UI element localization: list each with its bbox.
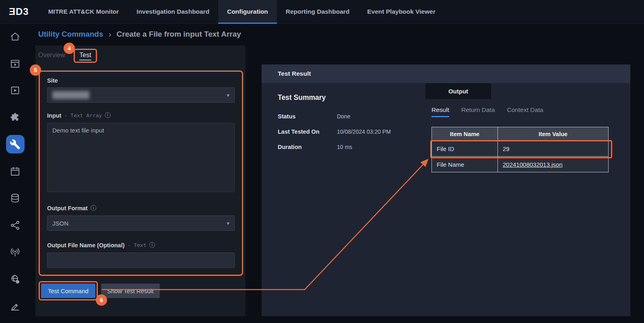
annotation-badge-6: 6 xyxy=(96,294,107,306)
output-format-info-icon[interactable]: ⓘ xyxy=(91,204,97,212)
show-test-result-button[interactable]: Show Test Result xyxy=(101,284,160,298)
tab-test[interactable]: Test xyxy=(79,52,91,60)
test-summary-grid: Status Done Last Tested On 10/08/2024 03… xyxy=(278,113,391,150)
chevron-down-icon: ▾ xyxy=(227,220,229,226)
nav-configuration[interactable]: Configuration xyxy=(218,0,277,24)
annotation-badge-4: 4 xyxy=(64,43,75,54)
output-tab[interactable]: Output xyxy=(425,83,491,99)
globe-user-icon[interactable] xyxy=(6,270,25,288)
database-icon[interactable] xyxy=(6,189,25,207)
subtab-context-data[interactable]: Context Data xyxy=(507,106,543,117)
input-field-type-hint: - Text Array xyxy=(64,112,102,118)
nav-reporting-dashboard[interactable]: Reporting Dashboard xyxy=(277,0,358,24)
input-field-label: Input xyxy=(47,112,61,119)
d3-logo[interactable]: ƎD3 xyxy=(9,6,29,17)
signature-document-icon[interactable] xyxy=(6,297,25,315)
result-table: Item Name Item Value File ID 29 File Nam… xyxy=(431,127,609,172)
breadcrumb-current-page: Create a File from input Text Array xyxy=(117,30,241,39)
annotation-badge-5: 5 xyxy=(30,64,41,76)
item-value-header: Item Value xyxy=(498,127,609,141)
integrations-puzzle-icon[interactable] xyxy=(6,108,25,126)
test-result-header: Test Result xyxy=(262,64,630,83)
icon-sidebar xyxy=(0,24,30,323)
status-value: Done xyxy=(337,113,391,120)
tab-overview[interactable]: Overview xyxy=(38,52,65,59)
output-file-name-label: Output File Name (Optional) xyxy=(47,242,125,248)
nav-mitre-attack-monitor[interactable]: MITRE ATT&CK Monitor xyxy=(39,0,128,24)
video-player-icon[interactable] xyxy=(6,81,25,99)
breadcrumb: Utility Commands › Create a File from in… xyxy=(30,24,241,45)
chevron-down-icon: ▾ xyxy=(227,92,229,98)
output-subtabs: Result Return Data Context Data xyxy=(431,106,543,117)
input-info-icon[interactable]: ⓘ xyxy=(105,112,111,119)
subtab-result[interactable]: Result xyxy=(431,106,449,117)
test-result-panel: Test Result Test Summary Status Done Las… xyxy=(262,64,630,316)
calendar-icon[interactable] xyxy=(6,162,25,180)
utility-commands-wrench-icon[interactable] xyxy=(6,135,25,153)
file-id-name-cell: File ID xyxy=(432,141,498,157)
nav-investigation-dashboard[interactable]: Investigation Dashboard xyxy=(128,0,218,24)
test-command-annotation-box: Test Command xyxy=(39,281,98,300)
test-form-annotation-box: Site ▾ Input - Text Array ⓘ Demo text fi… xyxy=(39,70,243,276)
output-file-name-type-hint: - Text xyxy=(128,242,147,248)
top-navigation: ƎD3 MITRE ATT&CK Monitor Investigation D… xyxy=(0,0,644,24)
file-name-name-cell: File Name xyxy=(432,157,498,172)
file-name-value-cell: 20241008032013.json xyxy=(498,157,609,172)
site-selected-value-redacted xyxy=(52,91,89,99)
broadcast-icon[interactable] xyxy=(6,243,25,261)
duration-label: Duration xyxy=(278,144,337,150)
test-command-button[interactable]: Test Command xyxy=(41,284,95,298)
nav-event-playbook-viewer[interactable]: Event Playbook Viewer xyxy=(358,0,444,24)
output-file-name-input[interactable] xyxy=(47,253,235,268)
last-tested-on-value: 10/08/2024 03:20 PM xyxy=(337,128,391,135)
table-row-file-name: File Name 20241008032013.json xyxy=(432,157,609,172)
test-result-title: Test Result xyxy=(278,70,311,77)
file-id-value-cell: 29 xyxy=(498,141,609,157)
status-label: Status xyxy=(278,113,337,120)
subtab-return-data[interactable]: Return Data xyxy=(461,106,495,117)
test-summary-title: Test Summary xyxy=(278,93,326,102)
site-select[interactable]: ▾ xyxy=(47,87,235,103)
output-format-label: Output Format xyxy=(47,205,88,211)
site-field-label: Site xyxy=(47,77,58,84)
output-format-selected-value: JSON xyxy=(52,220,68,227)
last-tested-on-label: Last Tested On xyxy=(278,128,337,135)
breadcrumb-chevron-icon: › xyxy=(109,29,111,39)
breadcrumb-utility-commands-link[interactable]: Utility Commands xyxy=(38,30,103,39)
item-name-header: Item Name xyxy=(432,127,498,141)
test-tab-annotation-box: Test xyxy=(74,49,97,63)
share-nodes-icon[interactable] xyxy=(6,216,25,234)
home-icon[interactable] xyxy=(6,27,25,46)
duration-value: 10 ms xyxy=(337,144,391,150)
file-name-link[interactable]: 20241008032013.json xyxy=(503,161,562,168)
table-row-file-id: File ID 29 xyxy=(432,141,609,157)
output-file-name-info-icon[interactable]: ⓘ xyxy=(149,241,155,249)
input-textarea[interactable]: Demo text file input xyxy=(47,123,235,192)
output-format-select[interactable]: JSON ▾ xyxy=(47,215,235,231)
calendar-play-icon[interactable] xyxy=(6,54,25,72)
